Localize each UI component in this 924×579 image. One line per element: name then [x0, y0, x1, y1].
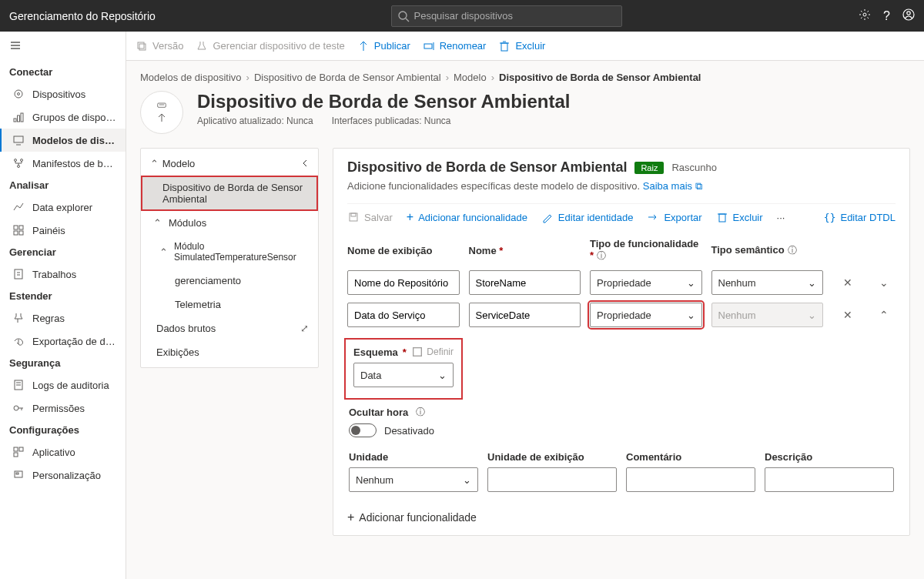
dashboard-icon — [12, 224, 25, 236]
search-box[interactable] — [391, 5, 622, 27]
nav-edge-manifests[interactable]: Manifestos de borda — [0, 152, 126, 175]
nav-export[interactable]: Exportação de dad... — [0, 330, 126, 353]
crumb-4: Dispositivo de Borda de Sensor Ambiental — [499, 72, 701, 83]
help-icon[interactable]: ? — [883, 9, 890, 23]
nav-devices[interactable]: Dispositivos — [0, 82, 126, 105]
row2-name[interactable] — [469, 303, 581, 327]
pc-editid[interactable]: Editar identidade — [541, 211, 634, 223]
display-unit-input[interactable] — [487, 467, 617, 492]
row2-type[interactable]: Propriedade⌄ — [590, 303, 702, 327]
cmd-rename[interactable]: Renomear — [423, 40, 487, 52]
unit-select[interactable]: Nenhum⌄ — [349, 467, 478, 492]
app-updated: Aplicativo atualizado: Nunca — [197, 115, 313, 126]
row2-remove[interactable]: ✕ — [832, 309, 863, 321]
nav-audit[interactable]: Logs de auditoria — [0, 373, 126, 397]
chevron-down-icon: ⌄ — [438, 370, 447, 381]
cmd-version[interactable]: Versão — [136, 40, 183, 52]
sidebar: Conectar Dispositivos Grupos de disposit… — [0, 32, 126, 579]
pc-add[interactable]: +Adicionar funcionalidade — [407, 210, 527, 224]
nav-jobs[interactable]: Trabalhos — [0, 263, 126, 286]
tree-telemetry[interactable]: Telemetria — [141, 293, 318, 316]
hamburger-icon[interactable] — [0, 32, 126, 62]
account-icon[interactable] — [902, 8, 915, 23]
row1-display[interactable] — [347, 270, 460, 295]
jobs-icon — [12, 268, 25, 280]
add-capability-button[interactable]: +Adicionar funcionalidade — [347, 510, 896, 524]
panel-title: Dispositivo de Borda de Sensor Ambiental — [347, 159, 627, 176]
crumb-3[interactable]: Modelo — [454, 72, 487, 83]
define-link[interactable]: Definir — [411, 346, 454, 358]
top-bar: Gerenciamento do Repositório ? — [0, 0, 924, 32]
collapse-tree-icon[interactable] — [301, 158, 309, 169]
info-icon[interactable]: ⓘ — [416, 406, 425, 419]
svg-rect-19 — [19, 226, 23, 229]
row1-name[interactable] — [469, 270, 581, 295]
row2-collapse[interactable]: ⌃ — [872, 309, 896, 321]
crumb-2[interactable]: Dispositivo de Borda de Sensor Ambiental — [254, 72, 441, 83]
description-label: Descrição — [765, 451, 894, 463]
pc-delete[interactable]: Excluir — [716, 211, 763, 223]
app-title: Gerenciamento do Repositório — [9, 10, 156, 22]
chevron-down-icon: ⌄ — [687, 310, 695, 321]
svg-point-9 — [18, 93, 20, 95]
customize-icon — [12, 469, 25, 481]
comment-label: Comentário — [626, 451, 755, 463]
pc-save[interactable]: Salvar — [347, 211, 393, 223]
row1-type[interactable]: Propriedade⌄ — [590, 270, 702, 295]
app-icon — [12, 446, 25, 458]
svg-rect-52 — [413, 348, 422, 356]
command-bar: Versão Gerenciar dispositivo de teste Pu… — [126, 32, 924, 61]
nav-customize[interactable]: Personalização — [0, 464, 126, 487]
schema-label: Esquema — [353, 346, 398, 358]
tree-model[interactable]: ⌃ Modelo — [141, 152, 318, 176]
hide-time-toggle[interactable] — [349, 423, 377, 437]
rules-icon — [12, 312, 25, 324]
row1-expand[interactable]: ⌄ — [872, 276, 896, 289]
row2-display[interactable] — [347, 303, 460, 327]
settings-icon[interactable] — [859, 8, 871, 23]
cmd-publish[interactable]: Publicar — [357, 40, 410, 52]
info-icon[interactable]: ⓘ — [597, 250, 606, 261]
capability-panel: Dispositivo de Borda de Sensor Ambiental… — [333, 148, 910, 536]
description-input[interactable] — [765, 467, 894, 492]
svg-point-4 — [907, 12, 910, 15]
cmd-delete[interactable]: Excluir — [498, 40, 545, 52]
tree-module-1[interactable]: ⌃Módulo SimulatedTemperatureSensor — [141, 235, 318, 269]
search-input[interactable] — [391, 5, 622, 27]
comment-input[interactable] — [626, 467, 755, 492]
hide-time-label: Ocultar hora — [349, 407, 408, 418]
pc-more[interactable]: ··· — [777, 212, 785, 223]
row1-semantic[interactable]: Nenhum⌄ — [711, 270, 824, 295]
tree-modules[interactable]: ⌃Módulos — [141, 211, 318, 235]
cmd-manage-test[interactable]: Gerenciar dispositivo de teste — [196, 40, 344, 52]
nav-app[interactable]: Aplicativo — [0, 440, 126, 464]
schema-select[interactable]: Data⌄ — [353, 363, 454, 387]
groups-icon — [12, 111, 25, 123]
tree-mgmt[interactable]: gerenciamento — [141, 269, 318, 293]
svg-rect-32 — [19, 447, 23, 451]
nav-device-templates[interactable]: Modelos de dispos... — [0, 129, 126, 152]
nav-section-security: Segurança — [0, 353, 126, 373]
svg-point-8 — [15, 90, 22, 98]
row1-remove[interactable]: ✕ — [832, 276, 863, 289]
tree-device[interactable]: Dispositivo de Borda de Sensor Ambiental — [141, 176, 318, 211]
display-unit-label: Unidade de exibição — [487, 451, 617, 463]
expand-icon[interactable]: ⤢ — [300, 323, 309, 334]
tree-raw[interactable]: Dados brutos⤢ — [141, 316, 318, 340]
nav-dashboards[interactable]: Painéis — [0, 219, 126, 242]
nav-permissions[interactable]: Permissões — [0, 397, 126, 420]
nav-section-manage: Gerenciar — [0, 242, 126, 263]
nav-rules[interactable]: Regras — [0, 306, 126, 330]
page-title: Dispositivo de Borda de Sensor Ambiental — [197, 91, 571, 112]
svg-rect-31 — [14, 447, 18, 451]
pc-dtdl[interactable]: {}Editar DTDL — [824, 212, 896, 223]
crumb-1[interactable]: Modelos de dispositivo — [140, 72, 242, 83]
manifest-icon — [12, 157, 25, 169]
learn-more-link[interactable]: Saiba mais ⧉ — [643, 180, 702, 192]
nav-device-groups[interactable]: Grupos de dispositi... — [0, 105, 126, 129]
nav-data-explorer[interactable]: Data explorer — [0, 196, 126, 219]
search-icon — [397, 10, 410, 25]
pc-export[interactable]: Exportar — [647, 211, 701, 223]
tree-views[interactable]: Exibições — [141, 340, 318, 364]
info-icon[interactable]: ⓘ — [788, 245, 797, 256]
